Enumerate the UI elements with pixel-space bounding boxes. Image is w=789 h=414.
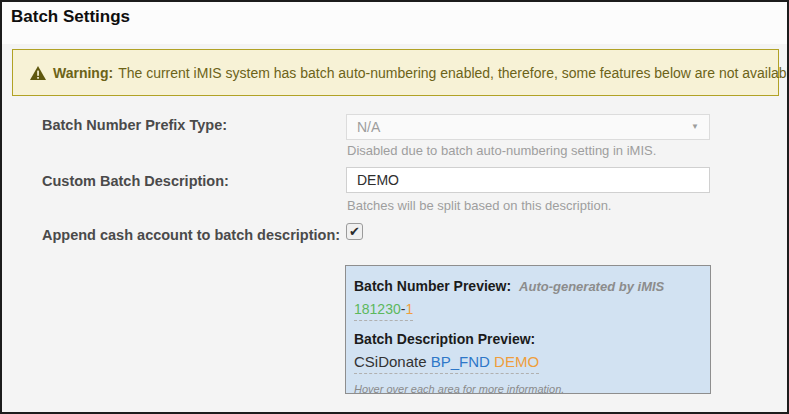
warning-banner: Warning: The current iMIS system has bat… xyxy=(12,49,779,96)
prefix-type-label: Batch Number Prefix Type: xyxy=(42,117,227,133)
batch-number-preview-note: Auto-generated by iMIS xyxy=(519,279,664,294)
append-cash-account-checkbox[interactable]: ✔ xyxy=(346,223,363,240)
prefix-type-help-text: Disabled due to batch auto-numbering set… xyxy=(347,143,656,158)
description-source-segment[interactable]: CSiDonate xyxy=(354,353,427,370)
caret-down-icon: ▼ xyxy=(691,123,699,131)
batch-settings-page: Batch Settings Warning: The current iMIS… xyxy=(0,0,789,414)
warning-label: Warning: xyxy=(53,65,113,81)
description-fund-segment[interactable]: BP_FND xyxy=(431,353,490,370)
append-cash-account-label: Append cash account to batch description… xyxy=(42,227,340,243)
warning-message: The current iMIS system has batch auto-n… xyxy=(118,65,789,81)
preview-footnote: Hover over each area for more informatio… xyxy=(354,383,702,395)
batch-number-date-segment[interactable]: 181230 xyxy=(354,301,401,317)
prefix-type-selected-value: N/A xyxy=(357,119,380,135)
batch-description-preview-value: CSiDonate BP_FND DEMO xyxy=(354,353,702,374)
batch-number-suffix-segment[interactable]: 1 xyxy=(405,301,413,317)
description-custom-segment[interactable]: DEMO xyxy=(494,353,539,370)
custom-description-input[interactable] xyxy=(346,167,710,193)
custom-description-help-text: Batches will be split based on this desc… xyxy=(347,198,611,213)
custom-description-label: Custom Batch Description: xyxy=(42,173,229,189)
batch-description-segments: CSiDonate BP_FND DEMO xyxy=(354,353,539,374)
checkmark-icon: ✔ xyxy=(349,225,360,238)
warning-icon xyxy=(30,66,46,80)
batch-description-preview-row: Batch Description Preview: xyxy=(354,331,702,348)
batch-description-preview-label: Batch Description Preview: xyxy=(354,331,535,347)
batch-number-preview-value: 181230-1 xyxy=(354,301,702,321)
prefix-type-select: N/A ▼ xyxy=(346,114,710,140)
batch-preview-panel: Batch Number Preview: Auto-generated by … xyxy=(345,265,711,394)
page-title: Batch Settings xyxy=(11,7,130,27)
batch-number-segments: 181230-1 xyxy=(354,301,413,321)
batch-number-preview-row: Batch Number Preview: Auto-generated by … xyxy=(354,278,702,295)
batch-number-preview-label: Batch Number Preview: xyxy=(354,278,511,294)
